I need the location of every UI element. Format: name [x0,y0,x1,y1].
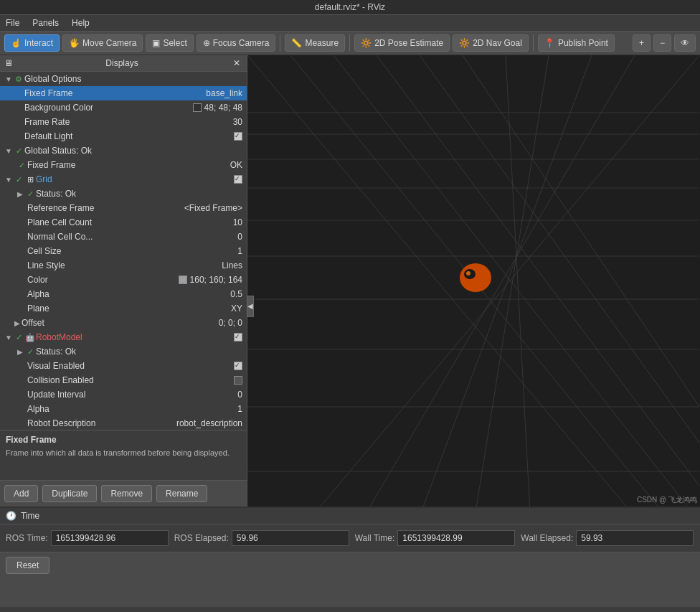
collision-enabled-row[interactable]: Collision Enabled [0,373,247,387]
grid-color-row[interactable]: Color 160; 160; 164 [0,273,247,287]
gs-fixed-frame-value: OK [230,160,245,170]
minus-icon: − [660,38,665,48]
reference-frame-row[interactable]: Reference Frame <Fixed Frame> [0,201,247,215]
visual-enabled-row[interactable]: Visual Enabled [0,359,247,373]
grid-color-label: Color [27,275,179,285]
update-interval-row[interactable]: Update Interval 0 [0,387,247,402]
interact-icon: ☝ [11,38,22,48]
wall-time-input[interactable] [397,530,515,546]
panel-collapse-arrow[interactable]: ◀ [247,296,254,317]
time-header: 🕐 Time [0,508,700,524]
menu-help[interactable]: Help [69,17,93,29]
grid-arrow[interactable]: ▼ [4,176,13,184]
pose-estimate-button[interactable]: 🔆 2D Pose Estimate [354,34,450,52]
displays-title: Displays [105,58,138,68]
normal-cell-count-row[interactable]: Normal Cell Co... 0 [0,230,247,244]
interact-button[interactable]: ☝ Interact [4,34,60,52]
main-layout: 🖥 Displays ✕ ▼ ⚙ Global Options Fixed Fr… [0,55,700,507]
background-color-swatch [193,103,202,112]
toolbar-separator-2 [349,34,350,52]
offset-arrow[interactable]: ▶ [13,319,22,327]
robot-status-row[interactable]: ▶ ✓ Status: Ok [0,344,247,359]
time-icon: 🕐 [6,511,16,521]
global-status-fixed-frame-row[interactable]: ✓ Fixed Frame OK [0,158,247,172]
robot-alpha-row[interactable]: Alpha 1 [0,402,247,416]
move-camera-button[interactable]: 🖐 Move Camera [62,34,143,52]
move-camera-icon: 🖐 [69,38,80,48]
offset-row[interactable]: ▶ Offset 0; 0; 0 [0,316,247,330]
eye-button[interactable]: 👁 [674,34,696,52]
viewport-svg [247,55,700,507]
offset-value: 0; 0; 0 [219,318,245,328]
nav-goal-button[interactable]: 🔆 2D Nav Goal [453,34,529,52]
plane-value: XY [231,303,245,314]
visual-enabled-label: Visual Enabled [27,361,234,371]
duplicate-button[interactable]: Duplicate [42,485,97,502]
nav-goal-icon: 🔆 [459,38,470,48]
zoom-in-button[interactable]: + [633,34,651,52]
grid-status-row[interactable]: ▶ ✓ Status: Ok [0,187,247,201]
reference-frame-value: <Fixed Frame> [184,203,245,213]
robot-model-enabled-checkbox[interactable] [234,333,242,342]
default-light-row[interactable]: Default Light [0,129,247,143]
global-options-row[interactable]: ▼ ⚙ Global Options [0,72,247,86]
reset-button[interactable]: Reset [6,557,49,574]
focus-camera-button[interactable]: ⊕ Focus Camera [197,34,276,52]
robot-model-row[interactable]: ▼ ✓ 🤖 RobotModel [0,330,247,344]
ros-elapsed-field: ROS Elapsed: [174,530,349,546]
viewport-3d[interactable]: CSDN @ 飞龙鸿鸣 [247,55,700,507]
background-color-row[interactable]: Background Color 48; 48; 48 [0,100,247,115]
frame-rate-row[interactable]: Frame Rate 30 [0,115,247,129]
plane-label: Plane [27,303,231,314]
fixed-frame-row[interactable]: Fixed Frame base_link [0,86,247,100]
wall-elapsed-field: Wall Elapsed: [521,530,694,546]
publish-point-button[interactable]: 📍 Publish Point [538,34,615,52]
grid-status-arrow[interactable]: ▶ [16,190,24,198]
collision-enabled-checkbox[interactable] [234,376,242,385]
remove-button[interactable]: Remove [101,485,152,502]
displays-close-button[interactable]: ✕ [231,58,242,68]
add-button[interactable]: Add [4,485,38,502]
robot-pupil [466,271,470,276]
line-style-value: Lines [222,260,245,270]
displays-header: 🖥 Displays ✕ [0,55,247,72]
robot-status-arrow[interactable]: ▶ [16,348,24,356]
tree-panel[interactable]: ▼ ⚙ Global Options Fixed Frame base_link… [0,72,247,430]
ros-elapsed-input[interactable] [232,530,349,546]
default-light-label: Default Light [24,131,234,141]
select-button[interactable]: ▣ Select [146,34,193,52]
grid-row[interactable]: ▼ ✓ ⊞ Grid [0,172,247,187]
toolbar-separator-1 [280,34,280,52]
cell-size-row[interactable]: Cell Size 1 [0,244,247,258]
plane-row[interactable]: Plane XY [0,301,247,316]
normal-cell-count-value: 0 [237,232,245,242]
robot-model-label: RobotModel [36,332,234,342]
global-status-row[interactable]: ▼ ✓ Global Status: Ok [0,143,247,158]
grid-alpha-row[interactable]: Alpha 0.5 [0,287,247,301]
grid-alpha-value: 0.5 [230,289,245,299]
ros-time-input[interactable] [51,530,169,546]
wall-elapsed-input[interactable] [576,530,694,546]
menu-file[interactable]: File [3,17,22,29]
default-light-checkbox[interactable] [234,132,242,141]
plane-cell-count-value: 10 [233,217,245,227]
default-light-value [234,132,245,141]
grid-enabled-checkbox[interactable] [234,175,242,184]
global-status-arrow[interactable]: ▼ [4,147,13,155]
line-style-row[interactable]: Line Style Lines [0,258,247,273]
visual-enabled-checkbox[interactable] [234,362,242,370]
fixed-frame-label: Fixed Frame [24,88,206,98]
robot-description-row[interactable]: Robot Description robot_description [0,416,247,430]
toolbar-separator-3 [533,34,534,52]
background-color-label: Background Color [24,103,193,113]
menu-panels[interactable]: Panels [29,17,62,29]
robot-model-arrow[interactable]: ▼ [4,334,13,342]
global-options-arrow[interactable]: ▼ [4,75,13,83]
plane-cell-count-row[interactable]: Plane Cell Count 10 [0,215,247,230]
rename-button[interactable]: Rename [156,485,207,502]
cell-size-value: 1 [237,246,245,256]
zoom-out-button[interactable]: − [653,34,671,52]
time-title: Time [21,511,39,521]
measure-button[interactable]: 📏 Measure [285,34,345,52]
fixed-frame-value: base_link [206,88,245,98]
